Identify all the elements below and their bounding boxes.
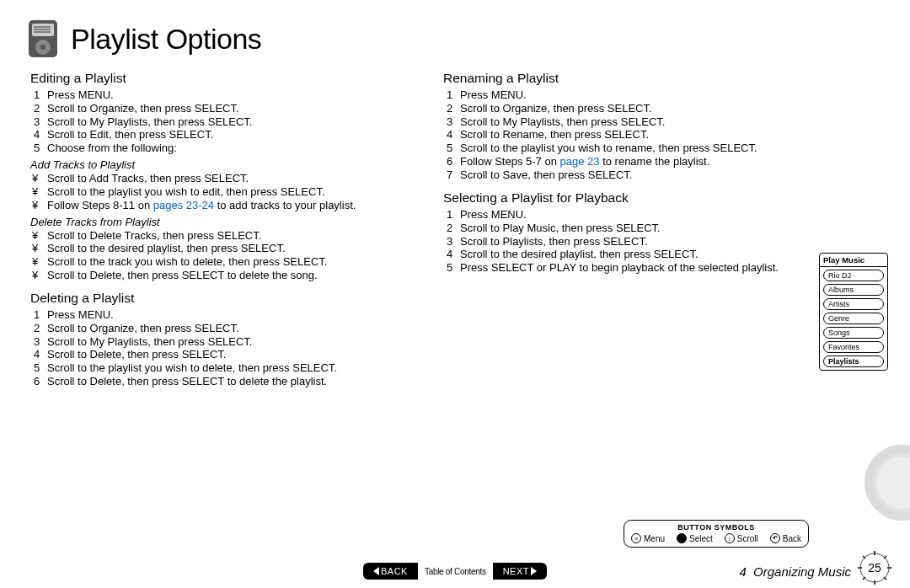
menu-item: Songs: [823, 327, 884, 339]
chapter-label: 4 Organizing Music: [739, 564, 851, 579]
menu-item: Artists: [823, 298, 884, 310]
back-button[interactable]: BACK: [363, 563, 418, 580]
svg-line-15: [884, 556, 886, 559]
menu-item: Genre: [823, 313, 884, 324]
svg-line-12: [863, 556, 865, 559]
select-icon: [677, 533, 687, 543]
device-background-art: [826, 386, 910, 554]
menu-icon: ≡: [631, 533, 641, 543]
heading-deleting: Deleting a Playlist: [30, 291, 435, 307]
heading-renaming: Renaming a Playlist: [443, 71, 789, 87]
steps-editing: 1Press MENU. 2Scroll to Organize, then p…: [30, 88, 435, 155]
toc-link[interactable]: Table of Contents: [418, 564, 493, 580]
page-title: Playlist Options: [71, 23, 261, 56]
play-music-menu: Play Music Rio DJ Albums Artists Genre S…: [819, 253, 888, 371]
subheading-delete-tracks: Delete Tracks from Playlist: [30, 216, 435, 229]
heading-selecting: Selecting a Playlist for Playback: [443, 190, 789, 206]
next-button[interactable]: NEXT: [493, 563, 547, 580]
subheading-add-tracks: Add Tracks to Playlist: [30, 158, 435, 172]
bullets-add-tracks: ¥Scroll to Add Tracks, then press SELECT…: [30, 172, 435, 212]
triangle-left-icon: [373, 567, 379, 575]
back-icon: ↶: [770, 533, 780, 543]
device-icon: [25, 17, 61, 61]
menu-header: Play Music: [820, 254, 887, 267]
triangle-right-icon: [531, 567, 537, 575]
heading-editing: Editing a Playlist: [30, 71, 435, 87]
button-symbols-legend: BUTTON SYMBOLS ≡Menu Select ↕Scroll ↶Bac…: [624, 520, 809, 548]
menu-item: Albums: [823, 284, 884, 296]
steps-selecting: 1Press MENU. 2Scroll to Play Music, then…: [443, 208, 789, 275]
link-page-23[interactable]: page 23: [560, 155, 600, 168]
steps-deleting: 1Press MENU. 2Scroll to Organize, then p…: [30, 308, 435, 388]
bullets-delete-tracks: ¥Scroll to Delete Tracks, then press SEL…: [30, 229, 435, 282]
link-pages-23-24[interactable]: pages 23-24: [153, 199, 214, 211]
page-number-badge: 25: [854, 548, 895, 588]
scroll-icon: ↕: [725, 533, 735, 543]
steps-renaming: 1Press MENU. 2Scroll to Organize, then p…: [443, 88, 789, 182]
svg-point-6: [40, 45, 46, 50]
menu-item: Favorites: [823, 341, 884, 353]
menu-item: Rio DJ: [823, 270, 884, 281]
svg-line-14: [863, 577, 865, 580]
menu-item-selected: Playlists: [823, 355, 884, 367]
legend-title: BUTTON SYMBOLS: [629, 523, 803, 532]
svg-line-13: [884, 577, 886, 580]
